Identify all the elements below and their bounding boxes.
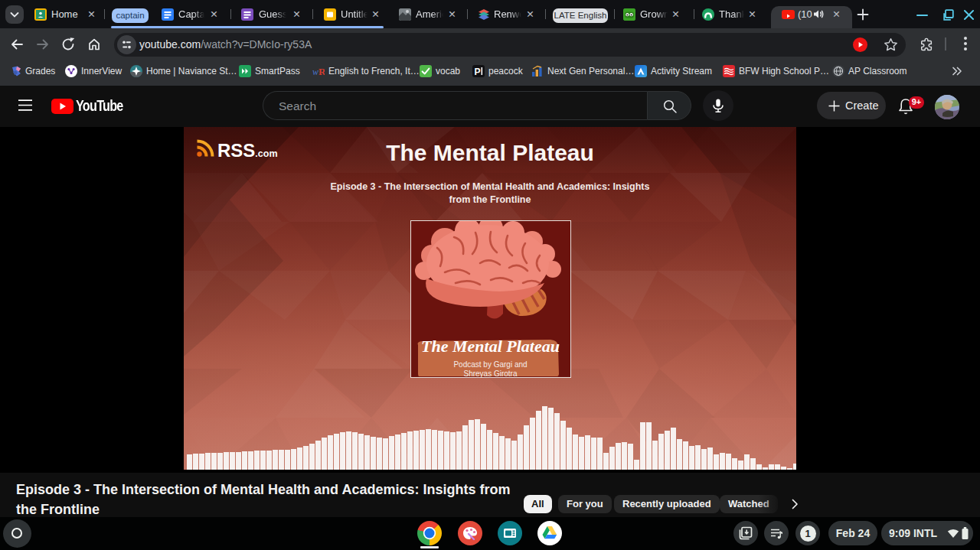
svg-text:R: R [318,66,325,77]
svg-text:P: P [475,67,481,77]
svg-text:w: w [312,67,318,77]
